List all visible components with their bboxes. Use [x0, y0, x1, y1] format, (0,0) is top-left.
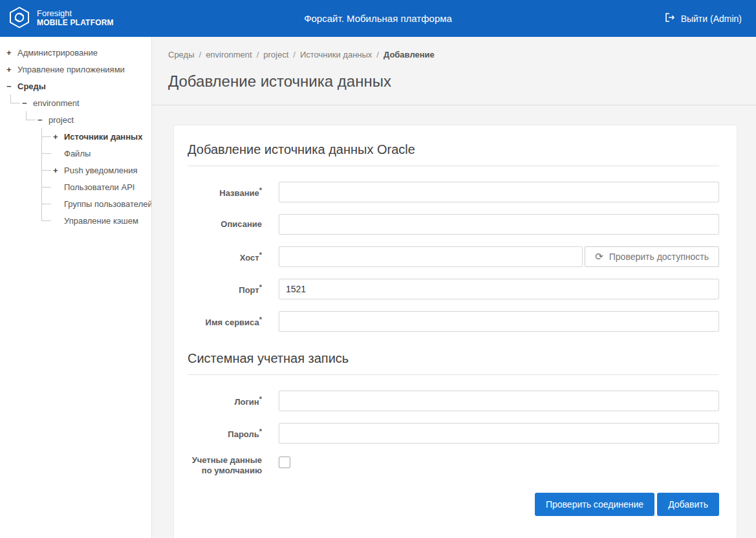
- sidebar-item-label: Управление приложениями: [16, 65, 125, 74]
- sidebar-item-cache[interactable]: Управление кэшем: [53, 212, 146, 229]
- sidebar-item-label: Файлы: [63, 149, 91, 158]
- sidebar-item-environments[interactable]: − Среды: [6, 78, 146, 94]
- expand-icon[interactable]: +: [53, 132, 63, 142]
- tree-children-environment: − project + Источники данных: [26, 111, 146, 229]
- title-divider: [152, 105, 756, 105]
- form-row-default-credentials: Учетные данные по умолчанию: [188, 455, 719, 476]
- test-connection-button[interactable]: Проверить соединение: [535, 493, 654, 516]
- add-button[interactable]: Добавить: [657, 493, 719, 516]
- form-row-name: Название*: [188, 182, 719, 202]
- form-row-host: Хост* ⟳ Проверить доступность: [188, 246, 719, 267]
- sidebar-item-label: Источники данных: [63, 132, 142, 142]
- oracle-section-title: Добавление источника данных Oracle: [188, 142, 719, 166]
- tree-item-environments: − Среды − environment − pr: [6, 78, 146, 229]
- tree-item-administration: + Администрирование: [6, 44, 146, 61]
- required-marker: *: [259, 186, 262, 194]
- check-availability-label: Проверить доступность: [609, 252, 709, 262]
- form-row-description: Описание: [188, 214, 719, 235]
- sidebar-item-environment[interactable]: − environment: [22, 94, 146, 111]
- sidebar-item-push[interactable]: + Push уведомления: [53, 162, 146, 178]
- form-row-login: Логин*: [188, 391, 719, 411]
- breadcrumb-item-environments[interactable]: Среды: [168, 50, 195, 59]
- form-actions: Проверить соединение Добавить: [188, 493, 719, 516]
- service-name-label: Имя сервиса*: [188, 314, 262, 328]
- breadcrumb-item-data-sources[interactable]: Источники данных: [300, 50, 372, 59]
- breadcrumb-separator: /: [257, 50, 259, 59]
- name-label: Название*: [188, 185, 262, 199]
- expand-icon[interactable]: +: [6, 65, 16, 74]
- collapse-icon[interactable]: −: [38, 115, 47, 125]
- sidebar-item-label: Пользователи API: [63, 182, 135, 192]
- description-field[interactable]: [279, 214, 719, 235]
- page-title: Добавление источника данных: [168, 72, 737, 91]
- tree-item-files: Файлы: [53, 145, 146, 162]
- sidebar-item-data-sources[interactable]: + Источники данных: [53, 128, 146, 145]
- tree-item-api-users: Пользователи API: [53, 178, 146, 195]
- service-name-field[interactable]: [279, 311, 719, 332]
- breadcrumb-item-project[interactable]: project: [263, 50, 288, 59]
- tree-item-cache: Управление кэшем: [53, 212, 146, 229]
- password-label-text: Пароль: [228, 430, 259, 440]
- password-label: Пароль*: [188, 426, 262, 440]
- sidebar-item-label: Администрирование: [16, 48, 98, 58]
- account-section-title: Системная учетная запись: [188, 351, 719, 375]
- required-marker: *: [259, 427, 262, 435]
- logout-button[interactable]: Выйти (Admin): [664, 12, 756, 25]
- logo-line2: MOBILE PLATFORM: [37, 19, 114, 28]
- description-label: Описание: [188, 219, 262, 230]
- required-marker: *: [259, 395, 262, 403]
- form-row-password: Пароль*: [188, 423, 719, 444]
- sidebar-item-label: environment: [32, 98, 80, 108]
- breadcrumb-item-environment[interactable]: environment: [206, 50, 252, 59]
- sidebar-item-label: Среды: [16, 81, 46, 91]
- password-field[interactable]: [279, 423, 719, 444]
- default-credentials-checkbox[interactable]: [279, 457, 290, 468]
- port-label-text: Порт: [239, 286, 259, 296]
- sidebar-item-app-management[interactable]: + Управление приложениями: [6, 61, 146, 78]
- tree-item-environment: − environment − project: [22, 94, 146, 229]
- sidebar-item-api-users[interactable]: Пользователи API: [53, 178, 146, 195]
- host-label-text: Хост: [240, 253, 259, 263]
- tree-children-environments: − environment − project: [10, 94, 146, 229]
- tree-item-data-sources: + Источники данных: [53, 128, 146, 145]
- breadcrumb-item-current: Добавление: [383, 50, 435, 59]
- nav-tree: + Администрирование + Управление приложе…: [0, 37, 151, 229]
- sidebar: + Администрирование + Управление приложе…: [0, 37, 152, 538]
- tree-item-app-management: + Управление приложениями: [6, 61, 146, 78]
- required-marker: *: [259, 316, 262, 323]
- sidebar-item-administration[interactable]: + Администрирование: [6, 44, 146, 61]
- login-label: Логин*: [188, 394, 262, 407]
- login-field[interactable]: [279, 391, 719, 411]
- service-name-label-text: Имя сервиса: [206, 318, 259, 328]
- form-row-port: Порт*: [188, 279, 719, 299]
- breadcrumb-separator: /: [293, 50, 296, 59]
- port-label: Порт*: [188, 282, 262, 296]
- required-marker: *: [259, 283, 262, 291]
- logout-icon: [664, 12, 675, 25]
- collapse-icon[interactable]: −: [6, 81, 16, 91]
- tree-item-project: − project + Источники данных: [38, 111, 146, 229]
- default-credentials-label: Учетные данные по умолчанию: [188, 455, 262, 476]
- tree-item-user-groups: Группы пользователей: [53, 195, 146, 212]
- check-availability-button[interactable]: ⟳ Проверить доступность: [585, 246, 719, 267]
- logout-label: Выйти (Admin): [681, 14, 742, 24]
- sidebar-item-label: Push уведомления: [63, 166, 138, 175]
- host-field[interactable]: [279, 246, 583, 267]
- login-label-text: Логин: [234, 398, 259, 407]
- tree-item-push: + Push уведомления: [53, 162, 146, 178]
- sidebar-item-files[interactable]: Файлы: [53, 145, 146, 162]
- name-field[interactable]: [279, 182, 719, 202]
- breadcrumb: Среды / environment / project / Источник…: [168, 50, 737, 59]
- port-field[interactable]: [279, 279, 719, 299]
- logo[interactable]: Foresight MOBILE PLATFORM: [0, 6, 114, 32]
- sidebar-item-label: Управление кэшем: [63, 216, 138, 226]
- expand-icon[interactable]: +: [53, 166, 63, 175]
- breadcrumb-separator: /: [199, 50, 202, 59]
- sidebar-item-user-groups[interactable]: Группы пользователей: [53, 195, 146, 212]
- sidebar-item-project[interactable]: − project: [38, 111, 146, 128]
- host-label: Хост*: [188, 250, 262, 263]
- description-label-text: Описание: [221, 219, 262, 229]
- breadcrumb-separator: /: [376, 50, 379, 59]
- expand-icon[interactable]: +: [6, 48, 16, 58]
- collapse-icon[interactable]: −: [22, 98, 32, 108]
